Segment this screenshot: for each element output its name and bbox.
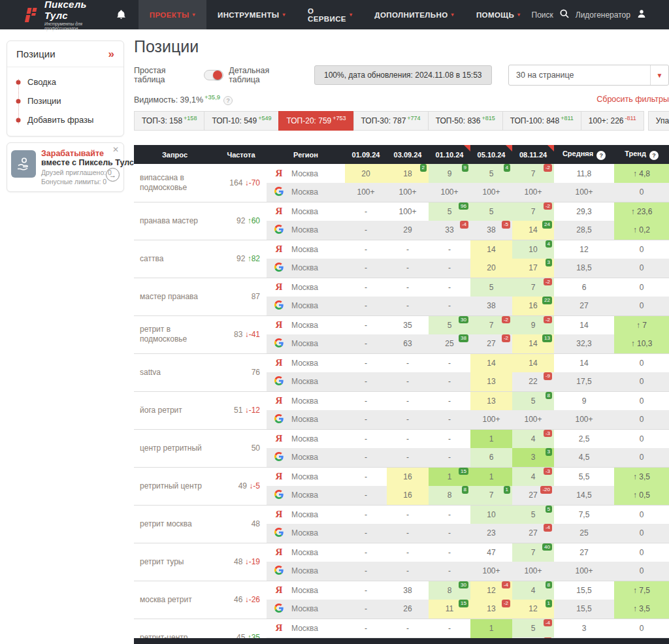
filter-button[interactable]: ТОП-30: 787+774: [353, 111, 429, 131]
filter-button[interactable]: ТОП-20: 759+753: [278, 111, 353, 131]
query-cell[interactable]: мастер пранава: [134, 278, 216, 315]
position-cell: -: [387, 524, 429, 543]
change-badge: -3: [544, 430, 552, 438]
search-icon[interactable]: [559, 8, 570, 21]
average-cell: 29,3: [554, 202, 614, 221]
trend-cell: 0: [614, 391, 669, 410]
filter-button[interactable]: ТОП-50: 836+815: [428, 111, 503, 131]
yandex-icon: Я: [267, 467, 291, 486]
average-cell: 17,5: [554, 372, 614, 391]
position-cell: 100+: [429, 183, 470, 202]
sidebar-item[interactable]: Добавить фразы: [7, 110, 123, 129]
trend-cell: ↑ 7: [614, 315, 669, 334]
positions-table: Запрос Частота Регион 01.09.24 03.09.24 …: [134, 145, 669, 644]
nav-item[interactable]: ПРОЕКТЫ▾: [139, 0, 206, 29]
help-icon[interactable]: ?: [223, 96, 233, 105]
query-cell[interactable]: йога ретрит: [134, 391, 216, 429]
header-region[interactable]: Регион: [267, 145, 345, 164]
per-page-select[interactable]: 30 на странице ▼: [508, 65, 669, 86]
arrow-right-icon[interactable]: →: [106, 168, 120, 182]
nav-item[interactable]: ПОМОЩЬ▾: [465, 0, 532, 29]
query-cell[interactable]: центр ретритный: [134, 429, 216, 467]
query-cell[interactable]: ретритный центр: [134, 467, 216, 505]
help-icon[interactable]: ?: [649, 151, 659, 160]
nav-right: Поиск Лидогенератор: [532, 0, 669, 29]
filter-button[interactable]: ТОП-100: 848+811: [502, 111, 581, 131]
position-cell: -: [345, 448, 387, 467]
query-cell[interactable]: пранава мастер: [134, 202, 216, 240]
query-cell[interactable]: ретрит москва: [134, 505, 216, 543]
header-date-5[interactable]: 08.11.24: [512, 145, 554, 164]
user-icon[interactable]: [636, 8, 647, 21]
user-label[interactable]: Лидогенератор: [576, 10, 630, 20]
nav-item[interactable]: О СЕРВИСЕ▾: [297, 0, 363, 29]
query-cell[interactable]: sattva: [134, 353, 216, 391]
nav-item[interactable]: ИНСТРУМЕНТЫ▾: [206, 0, 297, 29]
simple-table-label[interactable]: Простая таблица: [134, 66, 199, 84]
header-average[interactable]: Средняя?: [554, 145, 614, 164]
sidebar-item[interactable]: Позиции: [7, 91, 123, 110]
frequency-change: ↓-19: [245, 557, 260, 566]
position-cell: -: [387, 448, 429, 467]
position-cell: 7-2: [512, 164, 554, 183]
position-cell: -: [429, 429, 470, 448]
toggle-knob: [213, 71, 222, 80]
position-cell: -: [345, 543, 387, 562]
query-cell[interactable]: саттва: [134, 240, 216, 278]
table-header-row: Запрос Частота Регион 01.09.24 03.09.24 …: [134, 145, 669, 164]
header-date-3[interactable]: 01.10.24: [429, 145, 470, 164]
sidebar-item[interactable]: Сводка: [7, 72, 123, 91]
change-badge: 8: [462, 486, 468, 494]
average-cell: 5,5: [554, 467, 614, 486]
filter-button[interactable]: ТОП-10: 549+549: [204, 111, 279, 131]
position-cell: -: [429, 297, 470, 315]
yandex-row: ретрит-центр45 ↑35ЯМосква---15-430: [134, 619, 669, 637]
position-cell: -: [345, 619, 387, 637]
header-query[interactable]: Запрос: [134, 145, 216, 164]
logo[interactable]: Пиксель Тулс Инструменты для профессиона…: [0, 0, 87, 29]
query-cell[interactable]: москва ретрит: [134, 581, 216, 619]
frequency-cell: 51 ↓-12: [216, 391, 267, 429]
help-icon[interactable]: ?: [596, 151, 606, 160]
table-mode-toggle[interactable]: [204, 70, 223, 80]
filter-button[interactable]: 100+: 226-811: [581, 111, 644, 131]
position-cell: 38: [387, 581, 429, 600]
header-trend[interactable]: Тренд?: [614, 145, 669, 164]
header-date-4[interactable]: 05.10.24: [470, 145, 512, 164]
change-badge: 9: [462, 164, 468, 172]
trend-cell: 0: [614, 619, 669, 637]
nav-item[interactable]: ДОПОЛНИТЕЛЬНО▾: [363, 0, 465, 29]
filter-change: +815: [481, 115, 495, 121]
reset-filters-link[interactable]: Сбросить фильтры: [596, 95, 669, 104]
position-cell: 27-2: [470, 334, 512, 353]
position-cell: 14: [512, 353, 554, 372]
detailed-table-label[interactable]: Детальная таблица: [229, 66, 302, 84]
header-date-1[interactable]: 01.09.24: [345, 145, 387, 164]
yandex-row: москва ретрит46 ↓-26ЯМосква-3883012-4481…: [134, 581, 669, 600]
position-cell: 27-4: [512, 524, 554, 543]
filter-button[interactable]: ТОП-3: 158+158: [134, 111, 204, 131]
change-badge: 1: [546, 600, 552, 607]
header-frequency[interactable]: Частота: [216, 145, 267, 164]
average-cell: 4,5: [554, 448, 614, 467]
top-navbar: Пиксель Тулс Инструменты для профессиона…: [0, 0, 669, 29]
collapse-sidebar-icon[interactable]: »: [108, 48, 114, 59]
yandex-icon: Я: [267, 315, 291, 334]
filter-button[interactable]: Упали: 2: [648, 111, 669, 131]
query-cell[interactable]: випассана в подмосковье: [134, 164, 216, 202]
average-cell: 100+: [554, 410, 614, 429]
query-cell[interactable]: ретрит в подмосковье: [134, 315, 216, 353]
position-cell: -: [387, 391, 429, 410]
close-icon[interactable]: ✕: [112, 145, 119, 154]
position-cell: 530: [429, 315, 470, 334]
query-cell[interactable]: ретрит туры: [134, 543, 216, 581]
search-label[interactable]: Поиск: [532, 10, 553, 20]
nav-item-label: ПОМОЩЬ: [476, 11, 514, 19]
position-cell: 16: [387, 486, 429, 505]
position-cell: 7-2: [512, 202, 554, 221]
filter-label: Упали: 2: [656, 116, 669, 125]
yandex-row: ретрит москва48ЯМосква---10557,50: [134, 505, 669, 524]
nav-item-label: ДОПОЛНИТЕЛЬНО: [374, 11, 448, 19]
notifications-bell-icon[interactable]: [116, 0, 127, 29]
header-date-2[interactable]: 03.09.24: [387, 145, 429, 164]
